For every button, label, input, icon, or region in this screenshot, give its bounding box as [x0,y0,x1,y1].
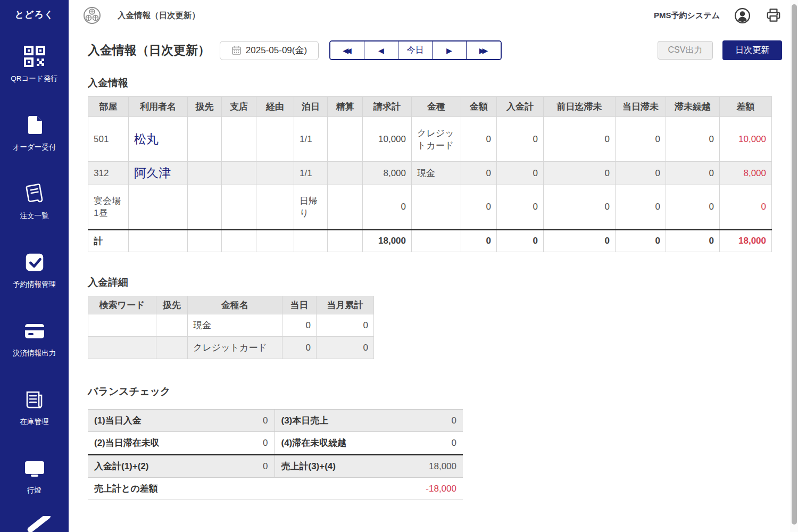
receipt-icon [22,181,47,206]
payment-type-cell [412,185,461,230]
balance-diff-label: 売上計との差額 [88,478,404,500]
deposit-cell: 0 [461,230,497,252]
fast-next-button[interactable]: ▶▶ [467,41,501,59]
deposit-cell: 0 [497,185,544,230]
detail-header-cell: 扱先 [156,296,188,314]
main-area: 入金情報（日次更新） PMS予約システム [69,0,798,532]
deposit-cell: 0 [497,117,544,162]
deposit-cell [222,185,256,230]
billing-total-cell: 10,000 [363,117,412,162]
deposit-cell [188,185,222,230]
detail-row: 現金 0 0 [88,314,374,337]
deposit-cell [188,162,222,185]
deposit-cell: 0 [497,230,544,252]
nights-cell: 日帰り [294,185,328,230]
difference-cell: 18,000 [720,230,772,252]
header-title: 入金情報（日次更新） [118,10,200,21]
balance-value: 0 [404,410,463,432]
prev-button[interactable]: ◀ [364,41,398,59]
sidebar-item-label: 在庫管理 [20,417,49,427]
double-left-arrow-icon: ◀◀ [343,46,349,55]
guest-name-cell [129,185,188,230]
sidebar-item-inventory[interactable]: 在庫管理 [0,372,69,441]
deposit-cell: 0 [666,185,720,230]
deposit-cell: 0 [666,162,720,185]
date-nav-group: ◀◀ ◀ 今日 ▶ ▶▶ [329,40,502,60]
sidebar-item-label: 決済情報出力 [13,348,56,358]
sidebar-item-reservation-management[interactable]: 予約情報管理 [0,235,69,304]
daily-update-button[interactable]: 日次更新 [722,40,782,60]
deposit-header-cell: 当日滞未 [616,97,666,117]
deposit-cell [188,230,222,252]
app-window: とどろく QRコ [0,0,798,532]
printer-icon [765,7,782,24]
deposit-cell: 0 [616,162,666,185]
billing-total-cell: 0 [363,185,412,230]
deposit-header-cell: 請求計 [363,97,412,117]
deposit-cell [328,185,363,230]
balance-label: 入金計(1)+(2) [88,455,245,478]
deposit-cell: 0 [666,230,720,252]
print-button[interactable] [765,7,782,24]
guest-name-link[interactable]: 松丸 [134,132,159,146]
sidebar-item-andon[interactable]: 行燈 [0,441,69,510]
balance-label: (2)当日滞在未収 [88,432,245,455]
nights-cell: 1/1 [294,162,328,185]
detail-cell: 0 [317,337,374,359]
deposit-cell: 0 [461,162,497,185]
fast-prev-button[interactable]: ◀◀ [330,41,364,59]
deposit-section-title: 入金情報 [88,76,782,90]
scrollbar-thumb[interactable] [792,4,797,525]
deposit-header-cell: 支店 [222,97,256,117]
today-button[interactable]: 今日 [398,41,433,59]
sidebar-item-payment-export[interactable]: 決済情報出力 [0,304,69,372]
difference-cell: 8,000 [720,162,772,185]
user-icon [734,7,751,24]
sidebar-item-order-list[interactable]: 注文一覧 [0,167,69,235]
balance-row: (2)当日滞在未収 0 (4)滞在未収繰越 0 [88,432,463,455]
double-right-arrow-icon: ▶▶ [479,46,486,55]
deposit-cell [256,230,294,252]
balance-check-table: (1)当日入金 0 (3)本日売上 0 (2)当日滞在未収 0 (4)滞在未収繰… [88,409,463,500]
difference-cell: 10,000 [720,117,772,162]
scrollbar-track[interactable] [790,0,798,532]
sidebar-item-label: QRコード発行 [11,74,57,84]
page-content: 入金情報（日次更新） 2025-05-09(金) ◀◀ ◀ [69,31,782,500]
balance-label: 売上計(3)+(4) [275,455,404,478]
broom-icon[interactable] [18,516,52,532]
balance-value: 0 [245,410,275,432]
deposit-header-cell: 利用者名 [129,97,188,117]
credit-card-icon [22,318,47,344]
nights-cell: 1/1 [294,117,328,162]
balance-diff-row: 売上計との差額 -18,000 [88,478,463,500]
deposit-header-cell: 差額 [720,97,772,117]
deposit-cell: 0 [461,185,497,230]
sidebar-item-label: 注文一覧 [20,211,49,221]
date-picker[interactable]: 2025-05-09(金) [220,41,319,60]
detail-header-row: 検索ワード 扱先 金種名 当日 当月累計 [88,296,374,314]
deposit-cell [256,162,294,185]
sidebar-item-order-intake[interactable]: オーダー受付 [0,98,69,167]
balance-value: 0 [404,432,463,455]
next-button[interactable]: ▶ [433,41,467,59]
balance-value: 18,000 [404,455,463,478]
payment-type-cell: 現金 [412,162,461,185]
user-account-button[interactable] [734,7,751,24]
guest-name-link[interactable]: 阿久津 [134,166,171,180]
deposit-header-cell: 滞未繰越 [666,97,720,117]
sidebar-item-qr-code[interactable]: QRコード発行 [0,29,69,98]
sidebar-item-label: オーダー受付 [13,143,56,152]
deposit-header-cell: 経由 [256,97,294,117]
deposit-cell [222,230,256,252]
payment-type-name-cell: 現金 [188,314,282,337]
deposit-cell [188,117,222,162]
detail-cell [156,314,188,337]
detail-header-cell: 検索ワード [88,296,156,314]
deposit-cell: 0 [616,230,666,252]
balance-value: 0 [245,432,275,455]
deposit-cell: 0 [544,185,616,230]
detail-header-cell: 金種名 [188,296,282,314]
deposit-header-cell: 金額 [461,97,497,117]
csv-export-button[interactable]: CSV出力 [658,41,713,60]
guest-name-cell: 松丸 [129,117,188,162]
